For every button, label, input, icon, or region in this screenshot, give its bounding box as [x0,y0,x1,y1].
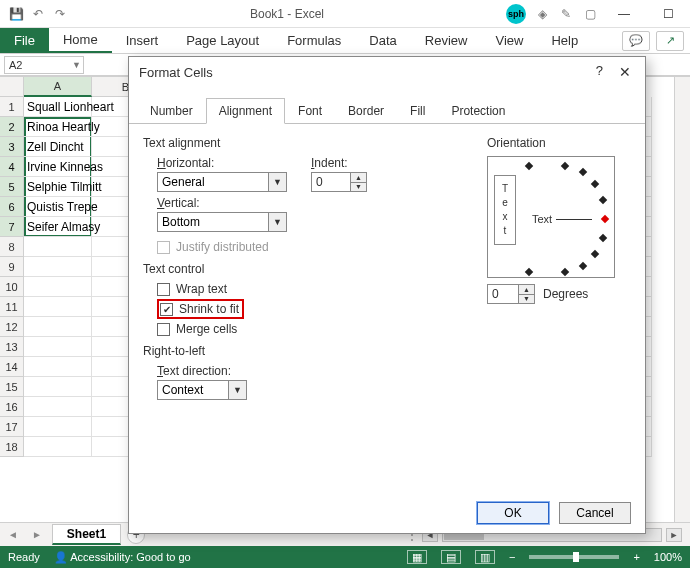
vertical-scrollbar[interactable] [674,77,690,522]
orientation-canvas[interactable]: Text Text [487,156,615,278]
merge-cells-checkbox[interactable] [157,323,170,336]
ribbon-tab-help[interactable]: Help [537,28,592,53]
row-header[interactable]: 16 [0,397,24,417]
zoom-slider[interactable] [529,555,619,559]
cell[interactable] [24,277,92,297]
row-header[interactable]: 9 [0,257,24,277]
cell[interactable] [24,437,92,457]
row-header[interactable]: 18 [0,437,24,457]
undo-icon[interactable]: ↶ [30,6,46,22]
cell[interactable]: Squall Lionheart [24,97,92,117]
zoom-in-button[interactable]: + [633,551,639,563]
hscroll-right-button[interactable]: ► [666,528,682,542]
column-header-a[interactable]: A [24,77,92,97]
sheet-nav-next-icon[interactable]: ► [28,529,46,540]
ribbon-tab-home[interactable]: Home [49,28,112,53]
maximize-button[interactable]: ☐ [650,2,686,26]
dialog-close-button[interactable]: ✕ [615,62,635,82]
row-header[interactable]: 3 [0,137,24,157]
ok-button[interactable]: OK [477,502,549,524]
cell[interactable] [24,317,92,337]
cancel-button[interactable]: Cancel [559,502,631,524]
view-normal-button[interactable]: ▦ [407,550,427,564]
cell[interactable]: Selphie Tilmitt [24,177,92,197]
redo-icon[interactable]: ↷ [52,6,68,22]
cell[interactable]: Zell Dincht [24,137,92,157]
zoom-slider-knob[interactable] [573,552,579,562]
cell[interactable] [24,337,92,357]
wrap-text-checkbox[interactable] [157,283,170,296]
dialog-tab-alignment[interactable]: Alignment [206,98,285,124]
indent-down-icon[interactable]: ▼ [350,183,366,192]
wand-icon[interactable]: ✎ [558,6,574,22]
cell[interactable]: Rinoa Heartly [24,117,92,137]
view-pagebreak-button[interactable]: ▥ [475,550,495,564]
degrees-up-icon[interactable]: ▲ [518,285,534,295]
select-all-corner[interactable] [0,77,24,97]
ribbon-tab-page-layout[interactable]: Page Layout [172,28,273,53]
dialog-tab-number[interactable]: Number [137,98,206,124]
row-header[interactable]: 10 [0,277,24,297]
indent-up-icon[interactable]: ▲ [350,173,366,183]
row-header[interactable]: 14 [0,357,24,377]
cell[interactable] [24,297,92,317]
status-accessibility[interactable]: 👤 Accessibility: Good to go [54,551,191,564]
ribbon-tab-view[interactable]: View [481,28,537,53]
row-header[interactable]: 12 [0,317,24,337]
sheet-tab-sheet1[interactable]: Sheet1 [52,524,121,545]
text-direction-dropdown-icon[interactable]: ▼ [228,381,246,399]
dialog-help-button[interactable]: ? [596,63,603,78]
row-header[interactable]: 11 [0,297,24,317]
diamond-icon[interactable]: ◈ [534,6,550,22]
zoom-level[interactable]: 100% [654,551,682,563]
vertical-combo-dropdown-icon[interactable]: ▼ [268,213,286,231]
dialog-tab-font[interactable]: Font [285,98,335,124]
indent-spinner[interactable]: 0 ▲▼ [311,172,367,192]
row-header[interactable]: 6 [0,197,24,217]
row-header[interactable]: 15 [0,377,24,397]
share-button[interactable]: ↗ [656,31,684,51]
orientation-handle[interactable] [601,215,609,223]
name-box[interactable]: A2 ▼ [4,56,84,74]
ribbon-tab-data[interactable]: Data [355,28,410,53]
row-header[interactable]: 1 [0,97,24,117]
degrees-down-icon[interactable]: ▼ [518,295,534,304]
minimize-button[interactable]: — [606,2,642,26]
ribbon-tab-insert[interactable]: Insert [112,28,173,53]
vertical-combo[interactable]: Bottom ▼ [157,212,287,232]
dialog-tab-border[interactable]: Border [335,98,397,124]
cell[interactable]: Seifer Almasy [24,217,92,237]
cell[interactable] [24,397,92,417]
ribbon-options-icon[interactable]: ▢ [582,6,598,22]
row-header[interactable]: 8 [0,237,24,257]
dialog-tab-fill[interactable]: Fill [397,98,438,124]
cell[interactable] [24,377,92,397]
name-box-dropdown-icon[interactable]: ▼ [72,60,81,70]
dialog-tab-protection[interactable]: Protection [438,98,518,124]
cell[interactable] [24,237,92,257]
sheet-nav-prev-icon[interactable]: ◄ [4,529,22,540]
comments-button[interactable]: 💬 [622,31,650,51]
ribbon-tab-review[interactable]: Review [411,28,482,53]
zoom-out-button[interactable]: − [509,551,515,563]
cell[interactable] [24,357,92,377]
row-header[interactable]: 5 [0,177,24,197]
shrink-to-fit-checkbox[interactable]: ✔ [160,303,173,316]
view-pagelayout-button[interactable]: ▤ [441,550,461,564]
row-header[interactable]: 2 [0,117,24,137]
row-header[interactable]: 13 [0,337,24,357]
autosave-icon[interactable]: 💾 [8,6,24,22]
row-header[interactable]: 4 [0,157,24,177]
ribbon-tab-formulas[interactable]: Formulas [273,28,355,53]
row-header[interactable]: 7 [0,217,24,237]
cell[interactable] [24,257,92,277]
cell[interactable]: Irvine Kinneas [24,157,92,177]
horizontal-combo-dropdown-icon[interactable]: ▼ [268,173,286,191]
cell[interactable]: Quistis Trepe [24,197,92,217]
text-direction-combo[interactable]: Context ▼ [157,380,247,400]
orientation-vertical-text[interactable]: Text [494,175,516,245]
row-header[interactable]: 17 [0,417,24,437]
cell[interactable] [24,417,92,437]
dialog-titlebar[interactable]: Format Cells ? ✕ [129,57,645,87]
horizontal-combo[interactable]: General ▼ [157,172,287,192]
